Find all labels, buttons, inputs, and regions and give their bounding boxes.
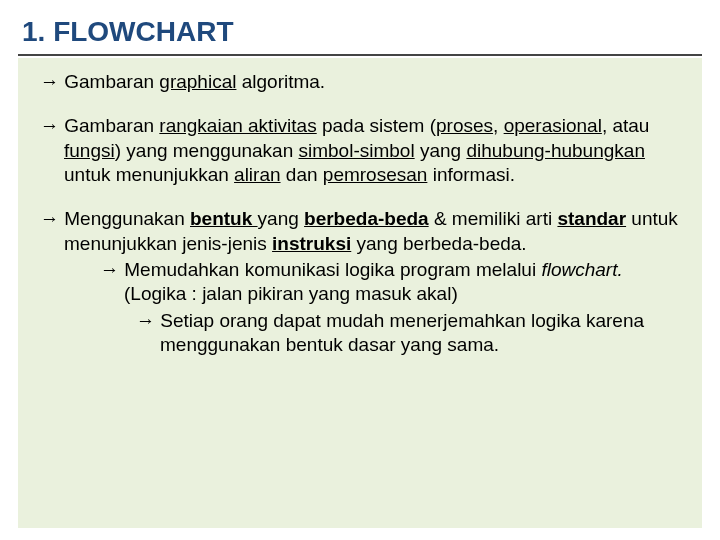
bullet-3a: → Memudahkan komunikasi logika program m… (76, 258, 680, 307)
text: , atau (602, 115, 650, 136)
arrow-icon: → (100, 259, 119, 280)
text-underline: simbol-simbol (299, 140, 415, 161)
text-underline: aliran (234, 164, 280, 185)
text-underline: graphical (159, 71, 236, 92)
arrow-icon: → (136, 310, 155, 331)
text-bold-underline: berbeda-beda (304, 208, 429, 229)
slide-title: 1. FLOWCHART (18, 12, 702, 56)
text: untuk menunjukkan (64, 164, 234, 185)
bullet-3: → Menggunakan bentuk yang berbeda-beda &… (40, 207, 680, 256)
slide: 1. FLOWCHART → Gambaran graphical algori… (0, 0, 720, 540)
text-bold-underline: standar (557, 208, 626, 229)
text: algoritma. (236, 71, 325, 92)
text: ) yang menggunakan (115, 140, 299, 161)
text: dan (281, 164, 323, 185)
bullet-3b: → Setiap orang dapat mudah menerjemahkan… (112, 309, 680, 358)
text: yang (415, 140, 467, 161)
text-bold-underline: bentuk (190, 208, 258, 229)
bullet-1: → Gambaran graphical algoritma. (40, 70, 680, 94)
text: Gambaran (59, 115, 159, 136)
text: yang (258, 208, 304, 229)
text-underline: dihubung-hubungkan (466, 140, 645, 161)
text-underline: proses (436, 115, 493, 136)
text-underline: operasional (504, 115, 602, 136)
text: informasi. (427, 164, 515, 185)
text: , (493, 115, 504, 136)
bullet-2: → Gambaran rangkaian aktivitas pada sist… (40, 114, 680, 187)
text-underline: rangkaian aktivitas (159, 115, 316, 136)
arrow-icon: → (40, 208, 59, 229)
text-underline: fungsi (64, 140, 115, 161)
arrow-icon: → (40, 115, 59, 136)
text-italic: flowchart. (541, 259, 622, 280)
text: & memiliki arti (429, 208, 558, 229)
text-underline: pemrosesan (323, 164, 428, 185)
text: yang berbeda-beda. (351, 233, 526, 254)
text: (Logika : jalan pikiran yang masuk akal) (124, 283, 458, 304)
content-body: → Gambaran graphical algoritma. → Gambar… (18, 58, 702, 528)
text: Memudahkan komunikasi logika program mel… (119, 259, 541, 280)
text-bold-underline: instruksi (272, 233, 351, 254)
text: Menggunakan (59, 208, 190, 229)
text: Setiap orang dapat mudah menerjemahkan l… (155, 310, 644, 355)
text: pada sistem ( (317, 115, 436, 136)
arrow-icon: → (40, 71, 59, 92)
text: Gambaran (59, 71, 159, 92)
